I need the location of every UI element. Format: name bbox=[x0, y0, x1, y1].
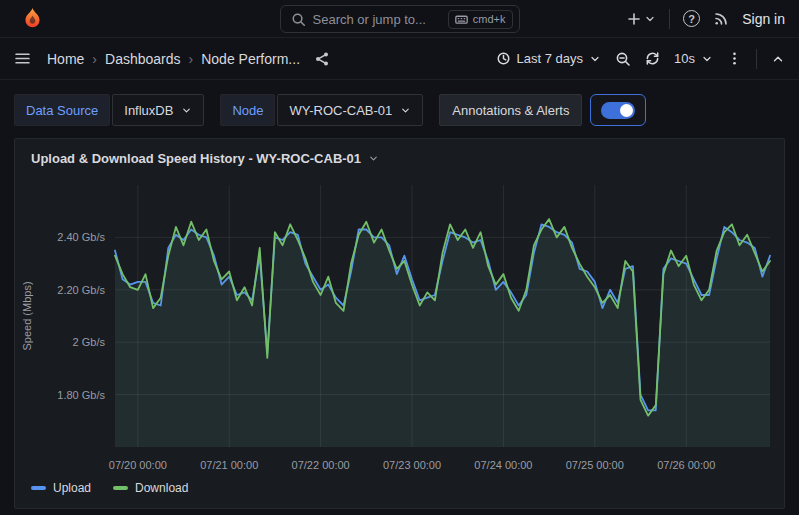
datasource-value: InfluxDB bbox=[124, 103, 173, 118]
refresh-interval-label: 10s bbox=[674, 51, 695, 66]
legend-item-upload[interactable]: Upload bbox=[31, 481, 91, 495]
zoom-out-icon bbox=[615, 51, 631, 67]
breadcrumb-current-dashboard[interactable]: Node Perform... bbox=[201, 51, 300, 67]
node-select[interactable]: WY-ROC-CAB-01 bbox=[277, 94, 423, 126]
datasource-variable: Data Source InfluxDB bbox=[14, 94, 204, 126]
toggle-switch bbox=[601, 102, 635, 119]
chevron-down-icon bbox=[368, 153, 379, 164]
grafana-flame-icon bbox=[20, 6, 45, 31]
datasource-label: Data Source bbox=[14, 94, 110, 126]
search-input[interactable] bbox=[313, 12, 441, 27]
keyboard-icon bbox=[455, 13, 468, 26]
panel-menu-caret[interactable] bbox=[368, 153, 379, 164]
menu-toggle-button[interactable] bbox=[14, 50, 31, 67]
annotations-alerts-button[interactable]: Annotations & Alerts bbox=[439, 94, 582, 126]
zoom-out-button[interactable] bbox=[615, 51, 631, 67]
refresh-icon bbox=[645, 51, 660, 66]
panel-menu-kebab-button[interactable] bbox=[727, 51, 742, 66]
svg-text:1.80 Gb/s: 1.80 Gb/s bbox=[57, 389, 105, 401]
svg-text:2.40 Gb/s: 2.40 Gb/s bbox=[57, 231, 105, 243]
svg-text:07/20 00:00: 07/20 00:00 bbox=[109, 459, 167, 471]
global-search[interactable]: cmd+k bbox=[280, 5, 520, 33]
refresh-interval-picker[interactable]: 10s bbox=[674, 51, 713, 66]
kebab-icon bbox=[727, 51, 742, 66]
svg-text:07/26 00:00: 07/26 00:00 bbox=[657, 459, 715, 471]
share-icon bbox=[314, 51, 330, 67]
share-button[interactable] bbox=[314, 51, 330, 67]
chevron-down-icon bbox=[400, 105, 411, 116]
svg-text:07/22 00:00: 07/22 00:00 bbox=[292, 459, 350, 471]
search-icon bbox=[291, 12, 306, 27]
legend-swatch bbox=[113, 486, 128, 490]
plus-icon bbox=[626, 11, 642, 27]
node-variable: Node WY-ROC-CAB-01 bbox=[220, 94, 423, 126]
nav-bar: Home › Dashboards › Node Perform... Last… bbox=[0, 38, 799, 80]
legend-label: Upload bbox=[53, 481, 91, 495]
legend-swatch bbox=[31, 486, 46, 490]
node-label: Node bbox=[220, 94, 275, 126]
collapse-toolbar-button[interactable] bbox=[771, 52, 785, 66]
top-bar: cmd+k ? Sign in bbox=[0, 0, 799, 38]
new-dropdown-button[interactable] bbox=[626, 11, 656, 27]
hamburger-icon bbox=[14, 50, 31, 67]
dashboard-controls: Data Source InfluxDB Node WY-ROC-CAB-01 … bbox=[14, 94, 785, 126]
svg-text:07/25 00:00: 07/25 00:00 bbox=[566, 459, 624, 471]
time-range-label: Last 7 days bbox=[517, 51, 584, 66]
news-button[interactable] bbox=[713, 11, 729, 27]
breadcrumb: Home › Dashboards › Node Perform... bbox=[47, 51, 300, 67]
time-range-picker[interactable]: Last 7 days bbox=[496, 51, 602, 66]
annotations-toggle[interactable] bbox=[590, 94, 646, 126]
breadcrumb-home[interactable]: Home bbox=[47, 51, 84, 67]
breadcrumb-separator: › bbox=[92, 51, 97, 67]
chevron-down-icon bbox=[589, 53, 601, 65]
grafana-logo[interactable] bbox=[20, 6, 45, 31]
legend-label: Download bbox=[135, 481, 188, 495]
clock-icon bbox=[496, 51, 511, 66]
speed-chart[interactable]: 2.40 Gb/s2.20 Gb/s2 Gb/s1.80 Gb/s07/20 0… bbox=[15, 177, 784, 477]
navbar-divider bbox=[756, 49, 757, 69]
datasource-select[interactable]: InfluxDB bbox=[112, 94, 204, 126]
legend-item-download[interactable]: Download bbox=[113, 481, 188, 495]
chart-area: 2.40 Gb/s2.20 Gb/s2 Gb/s1.80 Gb/s07/20 0… bbox=[15, 177, 784, 477]
shortcut-label: cmd+k bbox=[473, 13, 506, 25]
chart-legend: UploadDownload bbox=[31, 481, 188, 495]
svg-text:Speed (Mbps): Speed (Mbps) bbox=[21, 281, 33, 350]
svg-text:2.20 Gb/s: 2.20 Gb/s bbox=[57, 284, 105, 296]
chevron-down-icon bbox=[701, 53, 713, 65]
rss-icon bbox=[713, 11, 729, 27]
node-value: WY-ROC-CAB-01 bbox=[289, 103, 392, 118]
topbar-divider bbox=[669, 9, 670, 29]
chevron-down-icon bbox=[644, 13, 656, 25]
help-button[interactable]: ? bbox=[683, 10, 700, 27]
breadcrumb-dashboards[interactable]: Dashboards bbox=[105, 51, 181, 67]
svg-text:07/21 00:00: 07/21 00:00 bbox=[200, 459, 258, 471]
chevron-up-icon bbox=[771, 52, 785, 66]
panel-title: Upload & Download Speed History - WY-ROC… bbox=[31, 151, 361, 166]
svg-text:2 Gb/s: 2 Gb/s bbox=[73, 336, 106, 348]
panel-header[interactable]: Upload & Download Speed History - WY-ROC… bbox=[15, 139, 784, 177]
refresh-button[interactable] bbox=[645, 51, 660, 66]
shortcut-badge: cmd+k bbox=[448, 10, 513, 29]
speed-history-panel: Upload & Download Speed History - WY-ROC… bbox=[14, 138, 785, 509]
svg-text:07/23 00:00: 07/23 00:00 bbox=[383, 459, 441, 471]
svg-text:07/24 00:00: 07/24 00:00 bbox=[474, 459, 532, 471]
chevron-down-icon bbox=[181, 105, 192, 116]
sign-in-button[interactable]: Sign in bbox=[742, 11, 785, 27]
breadcrumb-separator: › bbox=[189, 51, 194, 67]
